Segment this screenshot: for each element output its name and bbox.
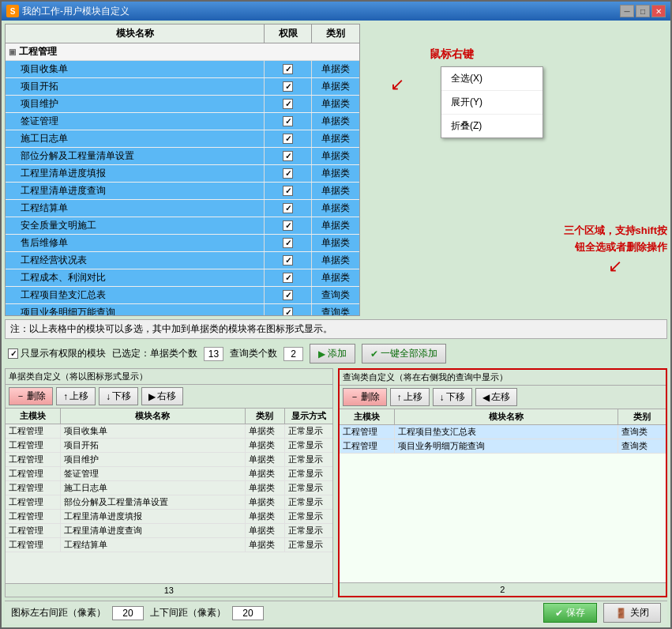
show-authorized-checkbox[interactable]: [8, 348, 18, 359]
row-check[interactable]: [265, 200, 312, 217]
row-check[interactable]: [265, 113, 312, 130]
table-row[interactable]: 项目收集单 单据类: [6, 61, 359, 78]
table-row[interactable]: 项目业务明细万能查询 查询类: [6, 304, 359, 315]
context-menu-item-expand[interactable]: 展开(Y): [441, 91, 542, 115]
table-row[interactable]: 签证管理 单据类: [6, 113, 359, 130]
row-name: 工程结算单: [6, 200, 265, 217]
row-check[interactable]: [265, 183, 312, 199]
list-item[interactable]: 工程管理 项目收集单 单据类 正常显示: [6, 424, 332, 439]
row-name: 安全质量文明施工: [6, 217, 265, 234]
right-delete-button[interactable]: － 删除: [343, 388, 387, 406]
icon-v-input[interactable]: [232, 606, 264, 620]
table-body[interactable]: ▣ 工程管理 项目收集单 单据类 项目开拓 单据类: [6, 43, 359, 315]
list-item[interactable]: 工程管理 工程结算单 单据类 正常显示: [6, 538, 332, 552]
list-item[interactable]: 工程管理 项目开拓 单据类 正常显示: [6, 439, 332, 453]
table-row[interactable]: 工程项目垫支汇总表 查询类: [6, 287, 359, 304]
cell-name: 部位分解及工程量清单设置: [61, 495, 246, 509]
left-down-button[interactable]: ↓ 下移: [99, 387, 138, 405]
table-row[interactable]: 工程里清单进度填报 单据类: [6, 165, 359, 183]
checkbox[interactable]: [283, 290, 293, 300]
row-type: 单据类: [312, 78, 359, 95]
right-down-button[interactable]: ↓ 下移: [433, 388, 472, 406]
add-button[interactable]: ▶ 添加: [310, 344, 355, 363]
checkbox[interactable]: [283, 116, 293, 126]
left-up-button[interactable]: ↑ 上移: [56, 387, 96, 405]
checkbox[interactable]: [283, 203, 293, 213]
right-icon: ▶: [148, 391, 156, 402]
right-panel-body[interactable]: 工程管理 工程项目垫支汇总表 查询类 工程管理 项目业务明细万能查询 查询类: [340, 425, 666, 582]
row-check[interactable]: [265, 235, 312, 251]
row-check[interactable]: [265, 61, 312, 77]
context-menu-item-select-all[interactable]: 全选(X): [441, 67, 542, 91]
checkbox[interactable]: [283, 64, 293, 74]
list-item[interactable]: 工程管理 项目业务明细万能查询 查询类: [340, 439, 666, 454]
checkbox[interactable]: [283, 168, 293, 179]
row-check[interactable]: [265, 252, 312, 269]
show-authorized-checkbox-label[interactable]: 只显示有权限的模块: [8, 347, 106, 360]
checkbox[interactable]: [283, 273, 293, 283]
row-check[interactable]: [265, 148, 312, 164]
save-button[interactable]: ✔ 保存: [543, 603, 597, 623]
row-check[interactable]: [265, 78, 312, 95]
list-item[interactable]: 工程管理 工程里清单进度查询 单据类 正常显示: [6, 524, 332, 538]
top-section: 模块名称 权限 类别 ▣ 工程管理 项目收集单 单据类: [5, 24, 667, 316]
group-row-engineering[interactable]: ▣ 工程管理: [6, 43, 359, 61]
list-item[interactable]: 工程管理 工程里清单进度填报 单据类 正常显示: [6, 510, 332, 524]
row-name: 工程成本、利润对比: [6, 269, 265, 286]
table-row[interactable]: 部位分解及工程量清单设置 单据类: [6, 148, 359, 165]
table-row[interactable]: 工程结算单 单据类: [6, 200, 359, 217]
checkbox[interactable]: [283, 186, 293, 196]
row-check[interactable]: [265, 165, 312, 182]
table-row[interactable]: 售后维修单 单据类: [6, 235, 359, 252]
checkbox[interactable]: [283, 134, 293, 144]
checkbox[interactable]: [283, 81, 293, 92]
row-type: 单据类: [312, 61, 359, 77]
row-check[interactable]: [265, 96, 312, 112]
list-item[interactable]: 工程管理 签证管理 单据类 正常显示: [6, 467, 332, 481]
col-perm: 权限: [265, 24, 312, 43]
context-menu[interactable]: 全选(X) 展开(Y) 折叠(Z): [441, 66, 543, 138]
cell-name: 工程里清单进度查询: [61, 524, 246, 537]
left-panel-body[interactable]: 工程管理 项目收集单 单据类 正常显示 工程管理 项目开拓 单据类 正常显示 工…: [6, 424, 332, 583]
table-row[interactable]: 工程成本、利润对比 单据类: [6, 269, 359, 287]
close-button[interactable]: ✕: [651, 5, 666, 17]
cell-type: 查询类: [618, 425, 666, 439]
row-check[interactable]: [265, 130, 312, 147]
row-type: 单据类: [312, 200, 359, 217]
query-count-label: 查询类个数: [230, 347, 277, 360]
list-item[interactable]: 工程管理 工程项目垫支汇总表 查询类: [340, 425, 666, 439]
table-row[interactable]: 安全质量文明施工 单据类: [6, 217, 359, 235]
table-row[interactable]: 施工日志单 单据类: [6, 130, 359, 148]
list-item[interactable]: 工程管理 项目维护 单据类 正常显示: [6, 453, 332, 467]
batch-add-button[interactable]: ✔ 一键全部添加: [362, 344, 446, 363]
checkbox[interactable]: [283, 255, 293, 266]
checkbox[interactable]: [283, 99, 293, 109]
checkbox[interactable]: [283, 238, 293, 248]
row-check[interactable]: [265, 217, 312, 234]
maximize-button[interactable]: □: [636, 5, 650, 17]
list-item[interactable]: 工程管理 施工日志单 单据类 正常显示: [6, 481, 332, 495]
table-row[interactable]: 项目开拓 单据类: [6, 78, 359, 96]
right-left-button[interactable]: ◀ 左移: [475, 388, 517, 406]
left-delete-button[interactable]: － 删除: [9, 387, 53, 405]
row-check[interactable]: [265, 304, 312, 315]
close-dialog-button[interactable]: 🚪 关闭: [603, 603, 661, 623]
checkbox[interactable]: [283, 151, 293, 161]
right-panel-footer: 2: [340, 582, 666, 596]
minus-icon: －: [16, 390, 25, 403]
cell-name: 项目业务明细万能查询: [395, 439, 619, 453]
left-right-button[interactable]: ▶ 右移: [141, 387, 183, 405]
checkbox[interactable]: [283, 307, 293, 315]
table-row[interactable]: 工程里清单进度查询 单据类: [6, 183, 359, 200]
main-table: 模块名称 权限 类别 ▣ 工程管理 项目收集单 单据类: [5, 24, 360, 316]
row-check[interactable]: [265, 269, 312, 286]
table-row[interactable]: 工程经营状况表 单据类: [6, 252, 359, 269]
icon-h-input[interactable]: [112, 606, 144, 620]
list-item[interactable]: 工程管理 部位分解及工程量清单设置 单据类 正常显示: [6, 495, 332, 510]
checkbox[interactable]: [283, 220, 293, 231]
minimize-button[interactable]: ─: [620, 5, 634, 17]
right-up-button[interactable]: ↑ 上移: [390, 388, 430, 406]
context-menu-item-collapse[interactable]: 折叠(Z): [441, 115, 542, 137]
table-row[interactable]: 项目维护 单据类: [6, 96, 359, 113]
row-check[interactable]: [265, 287, 312, 303]
